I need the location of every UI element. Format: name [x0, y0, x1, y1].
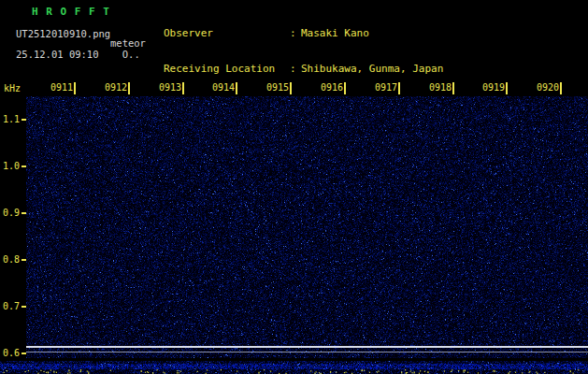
- x-tick-mark: [398, 82, 400, 94]
- y-tick-label: 0.6: [3, 348, 23, 358]
- meta-value: Masaki Kano: [301, 27, 369, 39]
- x-tick: 0920: [537, 82, 562, 94]
- x-tick: 0919: [482, 82, 508, 94]
- y-tick-label: 0.7: [3, 301, 23, 311]
- meta-separator: :: [290, 28, 301, 40]
- x-tick: 0913: [159, 82, 184, 94]
- signal-level-strip-canvas: [0, 361, 588, 374]
- x-tick-mark: [290, 82, 292, 94]
- x-tick-mark: [452, 82, 454, 94]
- datetime-label: 25.12.01 09:10 O..: [16, 49, 140, 60]
- x-tick-mark: [128, 82, 130, 94]
- meta-label: Receiving Location: [164, 64, 290, 76]
- x-tick: 0915: [266, 82, 292, 94]
- x-tick: 0912: [105, 82, 130, 94]
- y-tick-label: 0.9: [3, 208, 23, 218]
- meta-value: Shibukawa, Gunma, Japan: [301, 63, 443, 75]
- meta-separator: :: [290, 64, 301, 76]
- x-tick-label: 0912: [105, 82, 127, 93]
- x-tick: 0918: [429, 82, 454, 94]
- x-tick-mark: [74, 82, 76, 94]
- x-tick: 0916: [321, 82, 346, 94]
- filename-label: UT2512010910.png: [16, 28, 110, 39]
- meta-row: Receiving Location:Shibukawa, Gunma, Jap…: [164, 64, 493, 76]
- x-tick-mark: [344, 82, 346, 94]
- y-tick-label: 1.1: [3, 114, 23, 124]
- x-tick-label: 0919: [482, 82, 505, 93]
- x-tick-label: 0920: [537, 82, 559, 93]
- x-tick: 0911: [50, 82, 76, 94]
- x-tick-label: 0915: [266, 82, 289, 93]
- x-tick-label: 0917: [375, 82, 397, 93]
- app-title: H R O F F T: [32, 6, 110, 18]
- x-tick-label: 0913: [159, 82, 181, 93]
- carrier-line-dim: [26, 352, 588, 352]
- x-tick-label: 0914: [212, 82, 235, 93]
- y-axis-unit-label: kHz: [4, 83, 21, 94]
- comment-label: meteor: [110, 37, 146, 49]
- carrier-line-bright: [26, 346, 588, 348]
- meta-label: Observer: [164, 28, 290, 40]
- y-tick-label: 1.0: [3, 161, 23, 171]
- y-tick-label: 0.8: [3, 254, 23, 265]
- meta-row: Observer:Masaki Kano: [164, 28, 493, 40]
- spectrogram-noise-canvas: [26, 96, 588, 358]
- x-tick-mark: [236, 82, 237, 94]
- x-tick: 0917: [375, 82, 400, 94]
- x-tick-label: 0918: [429, 82, 452, 93]
- x-tick: 0914: [212, 82, 237, 94]
- x-tick-label: 0916: [321, 82, 343, 93]
- x-tick-mark: [560, 82, 562, 94]
- x-tick-label: 0911: [50, 82, 73, 93]
- x-tick-mark: [506, 82, 508, 94]
- x-tick-mark: [182, 82, 184, 94]
- hrofft-screenshot: H R O F F T UT2512010910.png meteor 25.1…: [0, 0, 588, 374]
